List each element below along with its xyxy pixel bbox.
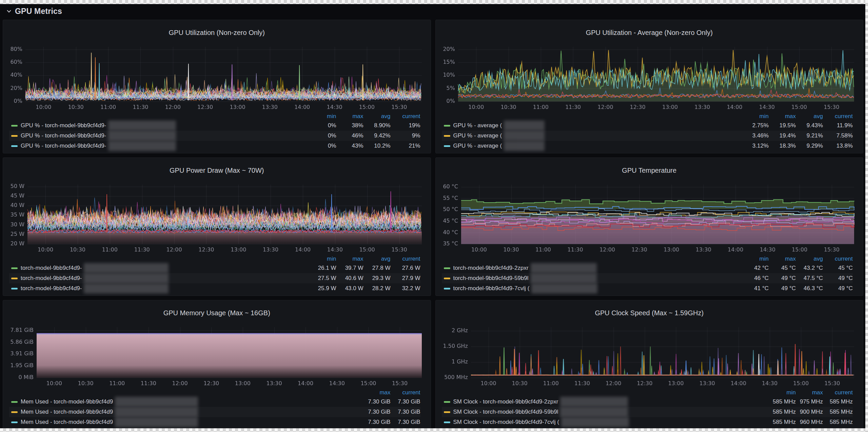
legend-header: minmaxcurrent [442,388,853,397]
legend-col-max[interactable]: max [336,113,363,120]
series-label[interactable]: SM Clock - torch-model-9bb9cf4d9-2zpxr [453,398,558,405]
series-label[interactable]: GPU % - average ( [453,132,502,139]
legend-row[interactable]: GPU % - average (3.12%18.3%9.29%13.8% [442,141,853,151]
redacted-text [108,120,176,131]
legend-col-avg[interactable]: avg [363,113,391,120]
chart-plot-area[interactable] [440,43,859,112]
stat-current: 13.8% [823,143,853,149]
legend-col-max[interactable]: max [769,256,796,262]
legend-col-max[interactable]: max [336,256,363,262]
legend-col-max[interactable]: max [769,113,796,120]
legend-row[interactable]: torch-model-9bb9cf4d9-27.5 W40.6 W29.3 W… [9,273,420,283]
stat-max: 7.30 GiB [363,409,391,415]
series-label[interactable]: GPU % - average ( [453,143,502,149]
series-label[interactable]: torch-model-9bb9cf4d9-2zpxr [453,265,529,271]
stat-max: 45 °C [769,265,796,271]
legend-col-max[interactable]: max [363,389,391,396]
panel-title[interactable]: GPU Utilization - Average (Non-zero Only… [440,28,859,37]
row-title[interactable]: GPU Metrics [15,7,62,16]
legend-col-min[interactable]: min [307,256,336,262]
stat-current: 7.30 GiB [391,398,420,405]
legend-col-current[interactable]: current [823,389,853,396]
stat-max: 960 MHz [796,419,823,426]
legend-header: maxcurrent [9,388,420,397]
series-label[interactable]: torch-model-9bb9cf4d9- [21,265,82,271]
panel-gpu-power-draw: GPU Power Draw (Max ~ 70W) minmaxavgcurr… [3,157,431,296]
chart-plot-area[interactable] [7,324,427,388]
chart-canvas[interactable] [440,43,859,112]
series-color-swatch [11,421,18,423]
legend-row[interactable]: torch-model-9bb9cf4d9-2zpxr42 °C45 °C43.… [442,263,853,273]
series-label[interactable]: torch-model-9bb9cf4d9- [21,285,82,292]
legend-row[interactable]: Mem Used - torch-model-9bb9cf4d97.30 GiB… [9,407,420,417]
stat-min: 2.75% [739,122,769,129]
stat-max: 46% [336,132,363,139]
redacted-text [560,407,628,417]
chart-canvas[interactable] [7,324,427,388]
legend-row[interactable]: SM Clock - torch-model-9bb9cf4d9-2zpxr58… [442,397,853,407]
legend-row[interactable]: GPU % - torch-model-9bb9cf4d9-0%43%10.2%… [9,141,420,151]
chevron-down-icon[interactable] [6,8,12,14]
series-label[interactable]: Mem Used - torch-model-9bb9cf4d9 [21,398,113,405]
chart-canvas[interactable] [7,43,427,112]
chart-canvas[interactable] [7,181,427,254]
legend-col-current[interactable]: current [823,256,853,262]
chart-plot-area[interactable] [440,181,859,254]
stat-max: 38% [336,122,363,129]
legend-row[interactable]: GPU % - average (3.46%19.4%9.21%7.58% [442,131,853,141]
stat-max: 975 MHz [796,398,823,405]
legend-row[interactable]: Mem Used - torch-model-9bb9cf4d97.30 GiB… [9,417,420,427]
chart-plot-area[interactable] [7,43,427,112]
series-label[interactable]: Mem Used - torch-model-9bb9cf4d9 [21,419,113,426]
chart-plot-area[interactable] [7,181,427,254]
legend-col-min[interactable]: min [739,256,769,262]
series-label[interactable]: Mem Used - torch-model-9bb9cf4d9 [21,409,113,415]
legend-col-max[interactable]: max [796,389,823,396]
series-label[interactable]: torch-model-9bb9cf4d9- [21,275,82,282]
legend-col-min[interactable]: min [739,113,769,120]
legend-row[interactable]: torch-model-9bb9cf4d9-26.1 W39.7 W27.8 W… [9,263,420,273]
legend-col-current[interactable]: current [391,113,420,120]
series-label[interactable]: GPU % - torch-model-9bb9cf4d9- [21,132,106,139]
panel-gpu-clock-speed: GPU Clock Speed (Max ~ 1.59GHz) minmaxcu… [435,300,864,430]
legend-row[interactable]: GPU % - average (2.75%19.5%9.43%11.9% [442,120,853,131]
series-label[interactable]: GPU % - torch-model-9bb9cf4d9- [21,143,106,149]
legend-col-min[interactable]: min [767,389,796,396]
legend-col-avg[interactable]: avg [363,256,391,262]
legend-table: minmaxavgcurrentGPU % - average (2.75%19… [440,112,859,152]
legend-row[interactable]: SM Clock - torch-model-9bb9cf4d9-59b9l58… [442,407,853,417]
series-label[interactable]: SM Clock - torch-model-9bb9cf4d9-59b9l [453,409,558,415]
series-label[interactable]: GPU % - average ( [453,122,502,129]
series-label[interactable]: torch-model-9bb9cf4d9-59b9l [453,275,529,282]
chart-canvas[interactable] [440,181,859,254]
legend-row[interactable]: torch-model-9bb9cf4d9-7cvlj (41 °C49 °C4… [442,283,853,294]
stat-avg: 9.29% [796,143,823,149]
panel-title[interactable]: GPU Power Draw (Max ~ 70W) [7,166,427,175]
panel-gpu-temperature: GPU Temperature minmaxavgcurrenttorch-mo… [435,157,864,296]
legend-col-avg[interactable]: avg [796,256,823,262]
series-label[interactable]: GPU % - torch-model-9bb9cf4d9- [21,122,106,129]
legend-row[interactable]: Mem Used - torch-model-9bb9cf4d97.30 GiB… [9,397,420,407]
series-label[interactable]: torch-model-9bb9cf4d9-7cvlj ( [453,285,530,292]
legend-col-avg[interactable]: avg [796,113,823,120]
panel-title[interactable]: GPU Temperature [440,166,859,175]
legend-row[interactable]: GPU % - torch-model-9bb9cf4d9-0%38%8.90%… [9,120,420,131]
panel-title[interactable]: GPU Utilization (Non-zero Only) [7,28,427,37]
stat-min: 3.12% [739,143,769,149]
legend-col-current[interactable]: current [391,389,420,396]
chart-plot-area[interactable] [440,324,859,388]
panel-title[interactable]: GPU Clock Speed (Max ~ 1.59GHz) [440,308,859,318]
legend-row[interactable]: SM Clock - torch-model-9bb9cf4d9-7cvlj (… [442,417,853,427]
series-label[interactable]: SM Clock - torch-model-9bb9cf4d9-7cvlj ( [453,419,559,426]
legend-col-current[interactable]: current [391,256,420,262]
legend-header: minmaxavgcurrent [442,112,853,120]
chart-canvas[interactable] [440,324,859,388]
legend-col-min[interactable]: min [307,113,336,120]
series-color-swatch [11,267,18,269]
panel-title[interactable]: GPU Memory Usage (Max ~ 16GB) [7,308,427,318]
legend-row[interactable]: torch-model-9bb9cf4d9-25.9 W43.0 W28.2 W… [9,283,420,294]
legend-col-current[interactable]: current [823,113,853,120]
legend-row[interactable]: torch-model-9bb9cf4d9-59b9l46 °C49 °C47.… [442,273,853,283]
legend-row[interactable]: GPU % - torch-model-9bb9cf4d9-0%46%9.42%… [9,131,420,141]
stat-min: 42 °C [739,265,769,271]
